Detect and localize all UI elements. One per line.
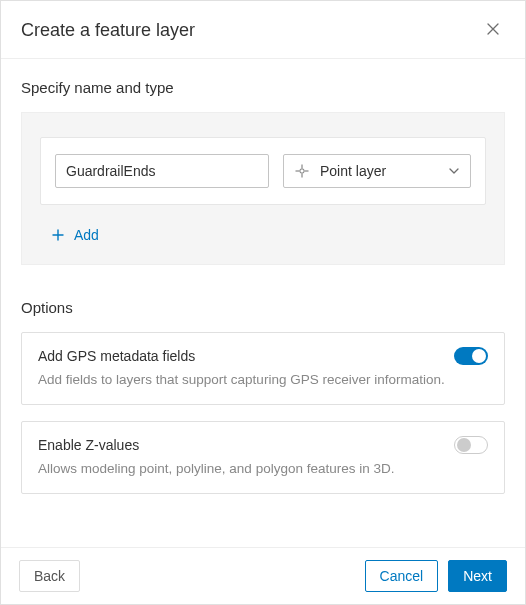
specify-heading: Specify name and type — [21, 79, 505, 96]
layer-type-label: Point layer — [320, 163, 448, 179]
z-values-toggle[interactable] — [454, 436, 488, 454]
gps-metadata-toggle[interactable] — [454, 347, 488, 365]
point-layer-icon — [294, 163, 310, 179]
layer-type-select[interactable]: Point layer — [283, 154, 471, 188]
dialog-footer: Back Cancel Next — [1, 547, 525, 604]
option-gps-title: Add GPS metadata fields — [38, 348, 195, 364]
close-button[interactable] — [481, 17, 505, 44]
name-type-row: Point layer — [40, 137, 486, 205]
option-gps-desc: Add fields to layers that support captur… — [38, 371, 488, 390]
close-icon — [485, 21, 501, 40]
plus-icon — [52, 229, 64, 241]
add-layer-label: Add — [74, 227, 99, 243]
toggle-knob — [472, 349, 486, 363]
layer-name-input[interactable] — [55, 154, 269, 188]
dialog-title: Create a feature layer — [21, 20, 195, 41]
next-button[interactable]: Next — [448, 560, 507, 592]
option-z-head: Enable Z-values — [38, 436, 488, 454]
option-z-desc: Allows modeling point, polyline, and pol… — [38, 460, 488, 479]
layer-config-panel: Point layer Add — [21, 112, 505, 265]
add-row: Add — [40, 227, 486, 244]
option-gps-metadata: Add GPS metadata fields Add fields to la… — [21, 332, 505, 405]
option-z-title: Enable Z-values — [38, 437, 139, 453]
cancel-button[interactable]: Cancel — [365, 560, 439, 592]
dialog-header: Create a feature layer — [1, 1, 525, 59]
svg-point-4 — [300, 169, 304, 173]
options-section: Options Add GPS metadata fields Add fiel… — [21, 299, 505, 494]
add-layer-button[interactable]: Add — [52, 227, 99, 243]
options-heading: Options — [21, 299, 505, 316]
toggle-knob — [457, 438, 471, 452]
option-gps-head: Add GPS metadata fields — [38, 347, 488, 365]
back-button[interactable]: Back — [19, 560, 80, 592]
chevron-down-icon — [448, 165, 460, 177]
option-z-values: Enable Z-values Allows modeling point, p… — [21, 421, 505, 494]
dialog-body: Specify name and type Point layer — [1, 59, 525, 547]
